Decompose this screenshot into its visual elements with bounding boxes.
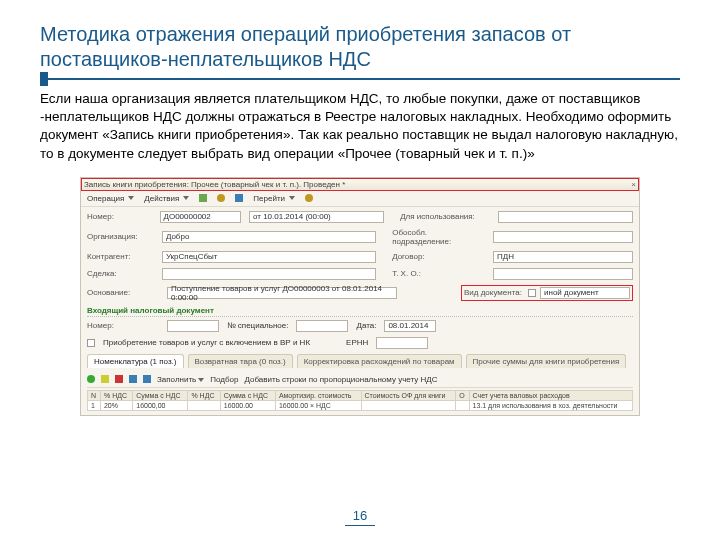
input-org[interactable]: Добро [162,231,376,243]
window-title-text: Запись книги приобретения: Прочее (товар… [84,180,345,189]
label-contragent: Контрагент: [87,252,154,261]
btn-select[interactable]: Подбор [210,375,238,384]
th[interactable]: N [88,390,101,400]
input-basis[interactable]: Поступление товаров и услуг ДО00000003 о… [167,287,397,299]
delete-row-icon[interactable] [115,375,123,383]
label-erpn: ЕРНН [346,338,368,347]
menubar: Операция Действия Перейти [81,191,639,207]
input-usage[interactable] [498,211,633,223]
td: 13.1 для использования в хоз. деятельнос… [469,400,632,410]
label-inc-num: Номер: [87,321,159,330]
page-number: 16 [0,508,720,526]
label-vr-nk: Приобретение товаров и услуг с включение… [103,338,310,347]
th[interactable]: Счет учета валовых расходов [469,390,632,400]
label-subdiv: Обособл. подразделение: [392,228,485,246]
input-contract[interactable]: ПДН [493,251,633,263]
th[interactable]: Стоимость ОФ для книги [361,390,456,400]
input-txo[interactable] [493,268,633,280]
label-basis: Основание: [87,288,159,297]
td: 16000.00 × НДС [275,400,361,410]
slide-body-text: Если наша организация является плательщи… [40,90,680,163]
input-date[interactable]: от 10.01.2014 (00:00) [249,211,384,223]
input-spec[interactable] [296,320,348,332]
tab-correction[interactable]: Корректировка расхождений по товарам [297,354,462,368]
label-doc-type: Вид документа: [464,288,524,297]
th[interactable]: % НДС [188,390,220,400]
chevron-down-icon [128,196,134,200]
td: 20% [100,400,132,410]
form-area: Номер: ДО00000002 от 10.01.2014 (00:00) … [81,207,639,415]
label-contract: Договор: [392,252,485,261]
toolbar-icon[interactable] [235,194,243,202]
label-inc-date: Дата: [356,321,376,330]
td: 16000,00 [133,400,188,410]
grid: N % НДС Сумма с НДС % НДС Сумма с НДС Ам… [87,390,633,411]
toolbar-icon[interactable] [199,194,207,202]
chevron-down-icon [289,196,295,200]
td [361,400,456,410]
doc-type-highlight: Вид документа: иной документ [461,285,633,301]
tab-nomenclature[interactable]: Номенклатура (1 поз.) [87,354,184,368]
input-number[interactable]: ДО00000002 [160,211,241,223]
input-contragent[interactable]: УкрСпецСбыт [162,251,376,263]
input-deal[interactable] [162,268,376,280]
edit-row-icon[interactable] [101,375,109,383]
menu-actions[interactable]: Действия [144,194,189,203]
input-inc-date[interactable]: 08.01.2014 [384,320,436,332]
td [456,400,469,410]
label-number: Номер: [87,212,152,221]
input-subdiv[interactable] [493,231,633,243]
label-deal: Сделка: [87,269,154,278]
grid-toolbar: Заполнить Подбор Добавить строки по проп… [87,372,633,388]
title-underline [40,78,680,80]
label-txo: Т. Х. О.: [392,269,485,278]
section-incoming-doc: Входящий налоговый документ [87,306,633,317]
label-usage: Для использования: [400,212,490,221]
input-erpn[interactable] [376,337,428,349]
table-header-row: N % НДС Сумма с НДС % НДС Сумма с НДС Ам… [88,390,633,400]
th[interactable]: О [456,390,469,400]
th[interactable]: Амортизир. стоимость [275,390,361,400]
btn-fill[interactable]: Заполнить [157,375,204,384]
close-icon[interactable]: × [631,180,636,189]
th[interactable]: Сумма с НДС [133,390,188,400]
label-spec: № специальное: [227,321,288,330]
add-row-icon[interactable] [87,375,95,383]
td: 1 [88,400,101,410]
btn-add-proportional[interactable]: Добавить строки по пропорциональному уче… [244,375,437,384]
select-doc-type[interactable]: иной документ [540,287,630,299]
menu-goto[interactable]: Перейти [253,194,295,203]
td [188,400,220,410]
menu-operation[interactable]: Операция [87,194,134,203]
toolbar-icon[interactable] [217,194,225,202]
tabstrip: Номенклатура (1 поз.) Возвратная тара (0… [87,354,633,368]
slide-title: Методика отражения операций приобретения… [40,22,680,72]
checkbox-vr-nk[interactable] [87,339,95,347]
table-row[interactable]: 1 20% 16000,00 16000.00 16000.00 × НДС 1… [88,400,633,410]
app-window: Запись книги приобретения: Прочее (товар… [80,177,640,416]
checkbox-icon[interactable] [528,289,536,297]
chevron-down-icon [198,378,204,382]
tab-other-sums[interactable]: Прочие суммы для книги приобретения [466,354,627,368]
toolbar-icon[interactable] [129,375,137,383]
tab-tara[interactable]: Возвратная тара (0 поз.) [188,354,293,368]
td: 16000.00 [220,400,275,410]
chevron-down-icon [183,196,189,200]
th[interactable]: Сумма с НДС [220,390,275,400]
input-inc-num[interactable] [167,320,219,332]
toolbar-icon[interactable] [143,375,151,383]
window-titlebar: Запись книги приобретения: Прочее (товар… [81,178,639,191]
toolbar-icon[interactable] [305,194,313,202]
label-org: Организация: [87,232,154,241]
th[interactable]: % НДС [100,390,132,400]
